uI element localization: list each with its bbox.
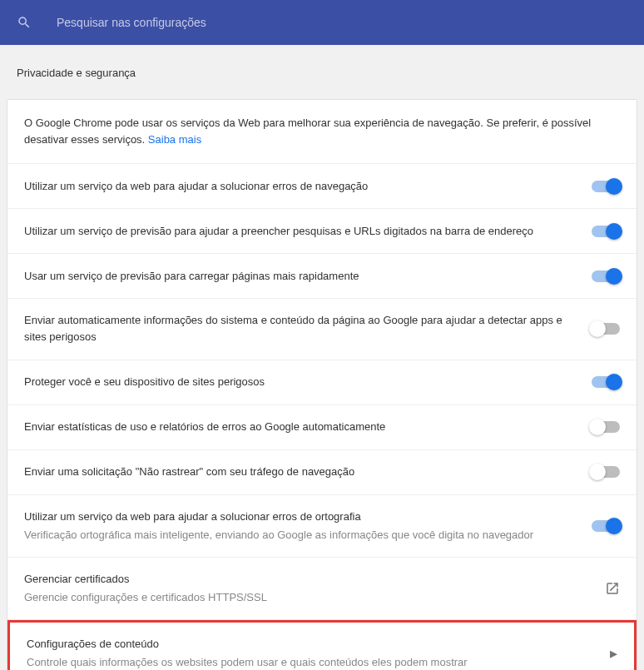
row-usage-stats[interactable]: Enviar estatísticas de uso e relatórios … — [7, 405, 637, 450]
row-content-settings[interactable]: Configurações de conteúdo Controle quais… — [7, 620, 637, 670]
row-text: Gerenciar certificados Gerencie configur… — [24, 571, 605, 606]
row-title: Enviar uma solicitação "Não rastrear" co… — [24, 464, 592, 480]
row-text: Utilizar um serviço da web para ajudar a… — [24, 509, 592, 543]
row-title: Gerenciar certificados — [24, 571, 588, 588]
row-title: Configurações de conteúdo — [27, 636, 593, 653]
row-subtitle: Controle quais informações os websites p… — [27, 654, 593, 670]
content: Privacidade e segurança O Google Chrome … — [0, 45, 644, 670]
search-bar — [0, 0, 644, 45]
toggle-preload[interactable] — [592, 270, 620, 282]
toggle-auto-send[interactable] — [592, 323, 620, 335]
row-preload[interactable]: Usar um serviço de previsão para carrega… — [7, 254, 637, 299]
row-certificates[interactable]: Gerenciar certificados Gerencie configur… — [7, 558, 637, 620]
row-title: Usar um serviço de previsão para carrega… — [24, 268, 592, 285]
intro-text: O Google Chrome pode usar os serviços da… — [24, 117, 591, 146]
row-subtitle: Gerencie configurações e certificados HT… — [24, 589, 588, 606]
toggle-nav-errors[interactable] — [592, 181, 620, 192]
search-icon — [17, 15, 32, 30]
row-title: Enviar estatísticas de uso e relatórios … — [24, 419, 592, 435]
row-auto-send[interactable]: Enviar automaticamente informações do si… — [7, 299, 637, 360]
settings-card: O Google Chrome pode usar os serviços da… — [7, 99, 637, 670]
row-dnt[interactable]: Enviar uma solicitação "Não rastrear" co… — [7, 450, 637, 495]
row-title: Utilizar um serviço da web para ajudar a… — [24, 178, 592, 195]
row-title: Utilizar um serviço de previsão para aju… — [24, 223, 592, 240]
row-title: Utilizar um serviço da web para ajudar a… — [24, 509, 575, 525]
row-prediction[interactable]: Utilizar um serviço de previsão para aju… — [7, 209, 637, 254]
toggle-dnt[interactable] — [592, 466, 620, 478]
toggle-usage-stats[interactable] — [592, 421, 620, 433]
row-nav-errors[interactable]: Utilizar um serviço da web para ajudar a… — [7, 164, 637, 209]
learn-more-link[interactable]: Saiba mais — [148, 133, 201, 146]
search-input[interactable] — [57, 16, 473, 29]
external-link-icon — [605, 581, 620, 596]
toggle-protect[interactable] — [592, 376, 620, 388]
toggle-spellcheck[interactable] — [592, 520, 620, 532]
intro-row: O Google Chrome pode usar os serviços da… — [7, 100, 637, 164]
row-title: Enviar automaticamente informações do si… — [24, 312, 592, 345]
row-title: Proteger você e seu dispositivo de sites… — [24, 374, 592, 390]
section-title: Privacidade e segurança — [7, 67, 637, 79]
row-subtitle: Verificação ortográfica mais inteligente… — [24, 527, 575, 543]
chevron-right-icon: ▸ — [610, 644, 617, 663]
row-text: Configurações de conteúdo Controle quais… — [27, 636, 610, 670]
row-protect[interactable]: Proteger você e seu dispositivo de sites… — [7, 360, 637, 405]
row-spellcheck[interactable]: Utilizar um serviço da web para ajudar a… — [7, 495, 637, 558]
toggle-prediction[interactable] — [592, 226, 620, 237]
